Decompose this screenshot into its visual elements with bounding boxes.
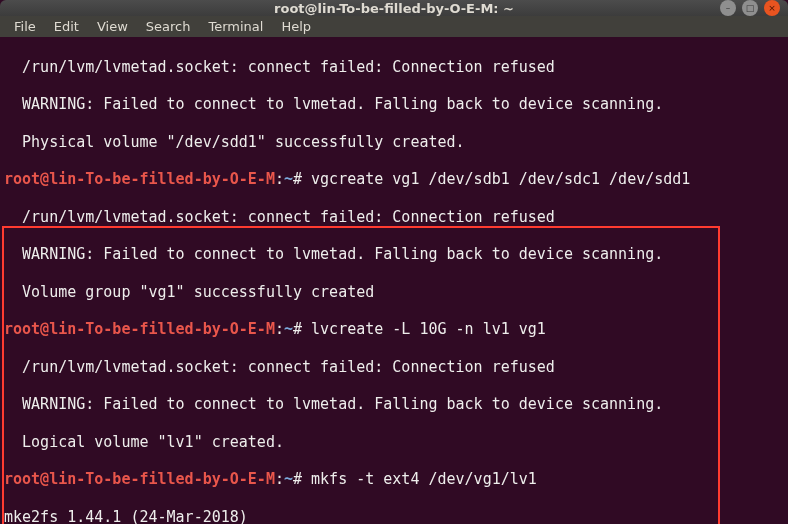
menu-file[interactable]: File xyxy=(6,16,44,37)
command-text: vgcreate vg1 /dev/sdb1 /dev/sdc1 /dev/sd… xyxy=(302,170,690,188)
prompt-path: ~ xyxy=(284,470,293,488)
menu-view[interactable]: View xyxy=(89,16,136,37)
output-line: /run/lvm/lvmetad.socket: connect failed:… xyxy=(4,358,784,377)
output-line: Logical volume "lv1" created. xyxy=(4,433,784,452)
prompt-user-host: root@lin-To-be-filled-by-O-E-M xyxy=(4,170,275,188)
prompt-hash: # xyxy=(293,320,302,338)
prompt-line: root@lin-To-be-filled-by-O-E-M:~# mkfs -… xyxy=(4,470,784,489)
close-button[interactable]: × xyxy=(764,0,780,16)
output-line: Volume group "vg1" successfully created xyxy=(4,283,784,302)
prompt-hash: # xyxy=(293,170,302,188)
menubar: File Edit View Search Terminal Help xyxy=(0,16,788,37)
window-controls: – □ × xyxy=(720,0,780,16)
prompt-line: root@lin-To-be-filled-by-O-E-M:~# vgcrea… xyxy=(4,170,784,189)
command-text: lvcreate -L 10G -n lv1 vg1 xyxy=(302,320,546,338)
output-line: WARNING: Failed to connect to lvmetad. F… xyxy=(4,395,784,414)
menu-help[interactable]: Help xyxy=(273,16,319,37)
prompt-sep: : xyxy=(275,170,284,188)
output-line: WARNING: Failed to connect to lvmetad. F… xyxy=(4,245,784,264)
menu-search[interactable]: Search xyxy=(138,16,199,37)
prompt-hash: # xyxy=(293,470,302,488)
menu-edit[interactable]: Edit xyxy=(46,16,87,37)
output-line: Physical volume "/dev/sdd1" successfully… xyxy=(4,133,784,152)
prompt-sep: : xyxy=(275,470,284,488)
menu-terminal[interactable]: Terminal xyxy=(200,16,271,37)
maximize-button[interactable]: □ xyxy=(742,0,758,16)
terminal-output[interactable]: /run/lvm/lvmetad.socket: connect failed:… xyxy=(0,37,788,524)
prompt-user-host: root@lin-To-be-filled-by-O-E-M xyxy=(4,470,275,488)
prompt-sep: : xyxy=(275,320,284,338)
prompt-path: ~ xyxy=(284,170,293,188)
output-line: /run/lvm/lvmetad.socket: connect failed:… xyxy=(4,58,784,77)
output-line: /run/lvm/lvmetad.socket: connect failed:… xyxy=(4,208,784,227)
titlebar: root@lin-To-be-filled-by-O-E-M: ~ – □ × xyxy=(0,0,788,16)
minimize-button[interactable]: – xyxy=(720,0,736,16)
window-title: root@lin-To-be-filled-by-O-E-M: ~ xyxy=(0,1,788,16)
output-line: WARNING: Failed to connect to lvmetad. F… xyxy=(4,95,784,114)
prompt-path: ~ xyxy=(284,320,293,338)
output-line: mke2fs 1.44.1 (24-Mar-2018) xyxy=(4,508,784,524)
prompt-user-host: root@lin-To-be-filled-by-O-E-M xyxy=(4,320,275,338)
prompt-line: root@lin-To-be-filled-by-O-E-M:~# lvcrea… xyxy=(4,320,784,339)
command-text: mkfs -t ext4 /dev/vg1/lv1 xyxy=(302,470,537,488)
